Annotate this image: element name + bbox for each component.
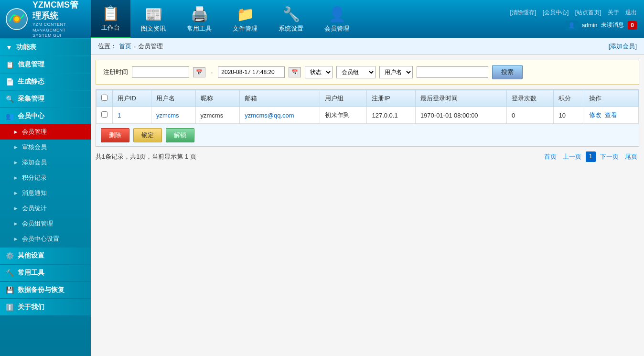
sidebar-section-about: ℹ️ 关于我们 (0, 299, 91, 315)
username-filter-select[interactable]: 用户名 昵称 (379, 66, 413, 78)
current-page: 1 (586, 151, 596, 162)
row-actions: 修改 查看 (584, 107, 638, 124)
prev-page-link[interactable]: 上一页 (561, 151, 583, 162)
logo-subtitle: YZM CONTENT MANAGEMENT SYSTEM GUI (32, 22, 86, 39)
sidebar-section-static: 📄 生成静态 (0, 74, 91, 90)
sidebar-header-common-tools[interactable]: 🔨 常用工具 (0, 265, 91, 281)
date-separator: - (211, 69, 213, 76)
user-id-link[interactable]: 1 (118, 112, 121, 119)
workbench-icon: 📋 (102, 5, 119, 22)
sidebar-header-about[interactable]: ℹ️ 关于我们 (0, 299, 91, 315)
logo-title: YZMCMS管理系统 (32, 0, 86, 22)
breadcrumb-left: 位置： 首页 › 会员管理 (98, 42, 163, 51)
col-last-login-time: 最后登录时间 (415, 90, 506, 107)
user-avatar-icon: 👤 (565, 21, 578, 30)
sidebar-section-collect: 🔍 采集管理 (0, 91, 91, 107)
delete-button[interactable]: 删除 (101, 128, 129, 142)
sidebar-section-info: 📋 信息管理 (0, 56, 91, 73)
sidebar-header-static[interactable]: 📄 生成静态 (0, 74, 91, 90)
row-checkbox-cell (97, 107, 113, 124)
nav-tools[interactable]: 🖨️ 常用工具 (176, 0, 222, 38)
select-all-checkbox[interactable] (101, 95, 107, 101)
add-member-breadcrumb-link[interactable]: [添加会员] (609, 43, 637, 50)
last-page-link[interactable]: 尾页 (623, 151, 639, 162)
nav-area: 📋 工作台 📰 图文资讯 🖨️ 常用工具 📁 文件管理 🔧 系统设置 👤 会员管… (91, 0, 498, 38)
user-info: 👤 admin 未读消息 0 (565, 21, 637, 30)
logo-text: YZMCMS管理系统 YZM CONTENT MANAGEMENT SYSTEM… (32, 0, 86, 39)
nav-files[interactable]: 📁 文件管理 (222, 0, 268, 38)
logout-link[interactable]: 退出 (625, 9, 637, 16)
sidebar-item-member-center-settings[interactable]: 会员中心设置 (0, 231, 91, 247)
sidebar-item-score-record[interactable]: 积分记录 (0, 170, 91, 185)
sidebar-item-member-stats[interactable]: 会员统计 (0, 201, 91, 216)
nav-settings-label: 系统设置 (279, 24, 303, 33)
static-icon: 📄 (6, 78, 14, 86)
filter-area: 注册时间 📅 - 📅 状态 正常 禁用 会员组 初来乍到 普通会员 用户名 昵称… (96, 60, 639, 85)
date-start-input[interactable] (132, 66, 189, 78)
sidebar-header-info[interactable]: 📋 信息管理 (0, 56, 91, 73)
collect-icon: 🔍 (6, 95, 14, 103)
sidebar-header-member[interactable]: 👥 会员中心 (0, 108, 91, 124)
next-page-link[interactable]: 下一页 (598, 151, 621, 162)
about-label: 关于我们 (18, 303, 44, 312)
row-score: 10 (554, 107, 584, 124)
nav-workbench-label: 工作台 (101, 23, 120, 32)
sidebar-item-add-member[interactable]: 添加会员 (0, 155, 91, 170)
table-buttons: 删除 锁定 解锁 (96, 124, 639, 146)
lock-button[interactable]: 锁定 (133, 128, 162, 142)
logo-area: YZMCMS管理系统 YZM CONTENT MANAGEMENT SYSTEM… (0, 0, 91, 39)
common-tools-label: 常用工具 (18, 269, 44, 277)
date-end-icon-button[interactable]: 📅 (289, 67, 301, 77)
sidebar-header-function[interactable]: ▼ 功能表 (0, 39, 91, 55)
nav-member[interactable]: 👤 会员管理 (314, 0, 360, 38)
sidebar-item-message-notice[interactable]: 消息通知 (0, 185, 91, 201)
row-email: yzmcms@qq.com (240, 107, 320, 124)
svg-point-3 (14, 17, 19, 22)
sidebar-header-collect[interactable]: 🔍 采集管理 (0, 91, 91, 107)
content-area: 位置： 首页 › 会员管理 [添加会员] 注册时间 📅 - 📅 状态 正常 禁用 (91, 38, 644, 356)
table-header-row: 用户ID 用户名 昵称 邮箱 用户组 注册IP 最后登录时间 登录次数 积分 操… (97, 90, 639, 107)
sidebar-item-member-group-manage[interactable]: 会员组管理 (0, 216, 91, 231)
nav-workbench[interactable]: 📋 工作台 (91, 0, 130, 38)
data-backup-icon: 💾 (6, 286, 14, 294)
member-center-icon: 👥 (6, 112, 14, 120)
date-end-input[interactable] (218, 66, 285, 78)
col-checkbox (97, 90, 113, 107)
top-links: [清除缓存] [会员中心] [站点首页] 关于 退出 (505, 9, 637, 17)
clear-cache-link[interactable]: [清除缓存] (510, 9, 537, 16)
col-action: 操作 (584, 90, 638, 107)
nav-news-label: 图文资讯 (141, 24, 166, 33)
breadcrumb-home[interactable]: 首页 (119, 42, 131, 51)
row-username: yzmcms (151, 107, 195, 124)
email-link[interactable]: yzmcms@qq.com (245, 112, 294, 119)
row-checkbox[interactable] (101, 111, 107, 118)
search-keyword-input[interactable] (417, 66, 488, 78)
nav-news[interactable]: 📰 图文资讯 (130, 0, 176, 38)
site-home-link[interactable]: [站点首页] (575, 9, 601, 16)
col-nickname: 昵称 (195, 90, 240, 107)
about-link[interactable]: 关于 (608, 9, 619, 16)
info-icon: 📋 (6, 61, 14, 68)
username-link[interactable]: yzmcms (156, 112, 179, 119)
member-group-select[interactable]: 会员组 初来乍到 普通会员 (336, 66, 376, 78)
sidebar-header-data-backup[interactable]: 💾 数据备份与恢复 (0, 282, 91, 298)
unlock-button[interactable]: 解锁 (166, 128, 194, 142)
logo-icon (5, 7, 29, 31)
sidebar-header-other[interactable]: ⚙️ 其他设置 (0, 248, 91, 264)
view-link[interactable]: 查看 (605, 111, 617, 119)
sidebar-item-member-management[interactable]: 会员管理 (0, 124, 91, 140)
sidebar-item-audit-member[interactable]: 审核会员 (0, 140, 91, 155)
nav-settings[interactable]: 🔧 系统设置 (268, 0, 314, 38)
date-start-icon-button[interactable]: 📅 (193, 67, 205, 77)
collect-label: 采集管理 (18, 95, 44, 103)
sidebar-section-member: 👥 会员中心 会员管理 审核会员 添加会员 积分记录 消息通知 会员统计 (0, 108, 91, 247)
row-last-login-time: 1970-01-01 08:00:00 (415, 107, 506, 124)
breadcrumb-action[interactable]: [添加会员] (609, 42, 637, 51)
search-button[interactable]: 搜索 (492, 65, 523, 79)
sidebar-section-other: ⚙️ 其他设置 (0, 248, 91, 264)
status-select[interactable]: 状态 正常 禁用 (305, 66, 333, 78)
static-label: 生成静态 (18, 77, 44, 86)
edit-link[interactable]: 修改 (589, 111, 601, 119)
first-page-link[interactable]: 首页 (542, 151, 558, 162)
member-center-link[interactable]: [会员中心] (543, 9, 569, 16)
